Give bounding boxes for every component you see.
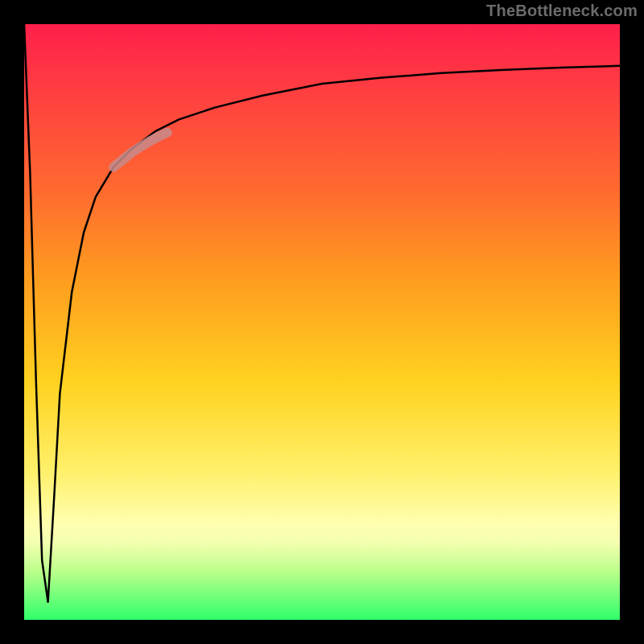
highlight-segment: [114, 133, 167, 167]
curve-layer: [24, 24, 620, 620]
watermark-text: TheBottleneck.com: [486, 2, 638, 20]
chart-frame: TheBottleneck.com: [0, 0, 644, 644]
plot-area: [24, 24, 620, 620]
bottleneck-curve: [24, 24, 620, 602]
